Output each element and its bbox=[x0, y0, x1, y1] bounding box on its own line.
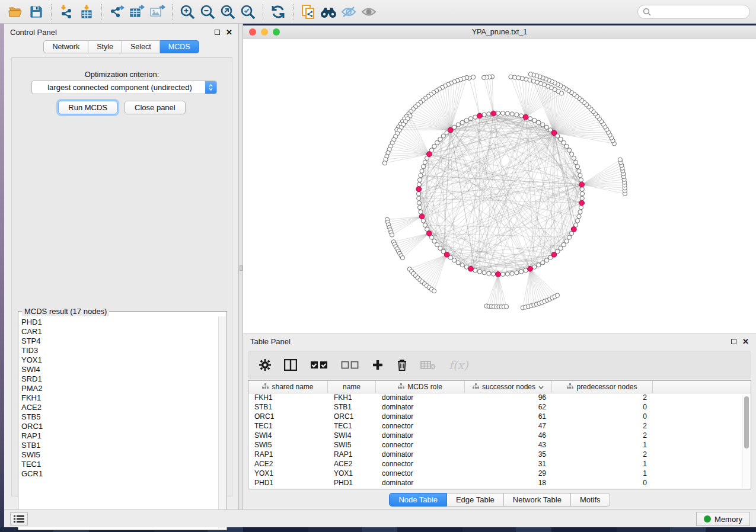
ring-node[interactable] bbox=[500, 111, 505, 115]
mcds-result-item[interactable]: FKH1 bbox=[21, 393, 219, 403]
float-table-panel-icon[interactable] bbox=[731, 339, 736, 344]
ring-node[interactable] bbox=[417, 201, 421, 205]
column-header-name[interactable]: name bbox=[328, 381, 376, 393]
add-column-icon[interactable] bbox=[372, 359, 384, 371]
mcds-result-item[interactable]: ORC1 bbox=[21, 422, 219, 431]
mcds-result-item[interactable]: TEC1 bbox=[21, 460, 219, 469]
ring-node[interactable] bbox=[537, 120, 541, 124]
mcds-result-item[interactable]: ACE2 bbox=[21, 403, 219, 412]
task-history-button[interactable] bbox=[10, 512, 28, 525]
ring-node[interactable] bbox=[515, 113, 519, 117]
leaf-node[interactable] bbox=[382, 161, 387, 165]
ring-node[interactable] bbox=[417, 206, 422, 210]
duplicate-network-icon[interactable] bbox=[298, 3, 318, 21]
search-binoculars-icon[interactable] bbox=[318, 3, 339, 21]
ring-node[interactable] bbox=[567, 235, 571, 239]
dominator-node[interactable] bbox=[528, 266, 533, 271]
export-table-icon[interactable] bbox=[127, 3, 147, 21]
leaf-node[interactable] bbox=[432, 289, 436, 293]
ring-node[interactable] bbox=[567, 148, 571, 152]
ring-node[interactable] bbox=[438, 137, 442, 141]
ring-node[interactable] bbox=[505, 111, 509, 116]
table-tab-network-table[interactable]: Network Table bbox=[504, 493, 571, 507]
export-network-icon[interactable] bbox=[107, 3, 127, 21]
ring-node[interactable] bbox=[580, 196, 584, 200]
close-table-panel-icon[interactable]: ✕ bbox=[742, 339, 749, 344]
ring-node[interactable] bbox=[421, 165, 425, 169]
ring-node[interactable] bbox=[468, 117, 473, 121]
close-window-icon[interactable] bbox=[249, 28, 256, 36]
dominator-node[interactable] bbox=[491, 111, 496, 116]
close-panel-icon[interactable]: ✕ bbox=[226, 30, 232, 35]
ring-node[interactable] bbox=[562, 242, 566, 246]
ring-node[interactable] bbox=[500, 272, 505, 276]
leaf-node[interactable] bbox=[505, 305, 509, 309]
ring-node[interactable] bbox=[487, 271, 491, 275]
mcds-result-item[interactable]: TID3 bbox=[21, 346, 219, 355]
mcds-result-list[interactable]: PHD1CAR1STP4TID3YOX1SWI4SRD1PMA2FKH1ACE2… bbox=[19, 316, 219, 528]
mcds-result-item[interactable]: SWI4 bbox=[21, 365, 219, 374]
ring-node[interactable] bbox=[532, 118, 537, 123]
table-row[interactable]: ORC1ORC1dominator610 bbox=[248, 412, 751, 422]
mcds-result-item[interactable]: PMA2 bbox=[21, 384, 219, 393]
table-tab-node-table[interactable]: Node Table bbox=[389, 493, 447, 507]
ring-node[interactable] bbox=[564, 144, 569, 148]
leaf-node[interactable] bbox=[618, 158, 622, 162]
deselect-all-icon[interactable] bbox=[341, 361, 359, 369]
select-all-icon[interactable] bbox=[310, 361, 328, 369]
zoom-selected-icon[interactable] bbox=[238, 3, 258, 21]
ring-node[interactable] bbox=[417, 196, 421, 200]
table-scrollbar[interactable] bbox=[742, 395, 749, 488]
ring-node[interactable] bbox=[487, 112, 491, 116]
mcds-result-item[interactable]: PHD1 bbox=[21, 318, 219, 327]
ring-node[interactable] bbox=[452, 258, 457, 262]
ring-node[interactable] bbox=[423, 160, 427, 164]
mcds-result-item[interactable]: RAP1 bbox=[21, 431, 219, 441]
search-input[interactable] bbox=[651, 8, 740, 16]
ring-node[interactable] bbox=[579, 178, 583, 182]
mcds-result-item[interactable]: SRD1 bbox=[21, 374, 219, 384]
dominator-node[interactable] bbox=[579, 200, 585, 206]
criterion-select[interactable]: largest connected component (undirected) bbox=[31, 81, 217, 94]
ring-node[interactable] bbox=[559, 246, 563, 250]
ring-node[interactable] bbox=[562, 140, 566, 145]
ring-node[interactable] bbox=[435, 242, 439, 246]
ring-node[interactable] bbox=[510, 271, 514, 275]
refresh-view-icon[interactable] bbox=[268, 3, 288, 21]
show-graphics-icon[interactable] bbox=[359, 3, 379, 21]
zoom-out-icon[interactable] bbox=[197, 3, 218, 21]
ring-node[interactable] bbox=[541, 123, 545, 127]
delete-column-icon[interactable] bbox=[397, 358, 407, 371]
ring-node[interactable] bbox=[441, 134, 445, 138]
table-tab-edge-table[interactable]: Edge Table bbox=[447, 493, 504, 507]
table-row[interactable]: TEC1TEC1connector472 bbox=[248, 422, 751, 431]
ring-node[interactable] bbox=[496, 111, 500, 115]
dominator-node[interactable] bbox=[551, 130, 557, 136]
dominator-node[interactable] bbox=[468, 266, 474, 271]
ring-node[interactable] bbox=[524, 268, 528, 273]
table-tab-motifs[interactable]: Motifs bbox=[571, 493, 610, 507]
dominator-node[interactable] bbox=[419, 214, 425, 219]
ring-node[interactable] bbox=[417, 178, 422, 182]
dominator-node[interactable] bbox=[426, 230, 432, 236]
ring-node[interactable] bbox=[477, 270, 481, 274]
tab-mcds[interactable]: MCDS bbox=[160, 40, 199, 53]
minimize-window-icon[interactable] bbox=[261, 28, 268, 36]
ring-node[interactable] bbox=[460, 263, 464, 267]
ring-node[interactable] bbox=[578, 210, 582, 214]
open-file-icon[interactable] bbox=[6, 3, 26, 21]
mcds-result-item[interactable]: STP4 bbox=[21, 336, 219, 346]
ring-node[interactable] bbox=[579, 206, 583, 210]
ring-node[interactable] bbox=[574, 160, 578, 164]
dominator-node[interactable] bbox=[496, 272, 501, 277]
toggle-preview-icon[interactable] bbox=[339, 3, 359, 21]
dominator-node[interactable] bbox=[551, 252, 557, 257]
ring-node[interactable] bbox=[492, 272, 496, 276]
run-mcds-button[interactable]: Run MCDS bbox=[58, 101, 117, 114]
ring-node[interactable] bbox=[519, 270, 523, 274]
dominator-node[interactable] bbox=[477, 113, 483, 118]
tab-network[interactable]: Network bbox=[43, 40, 88, 53]
ring-node[interactable] bbox=[435, 140, 439, 145]
float-panel-icon[interactable] bbox=[215, 30, 220, 35]
ring-node[interactable] bbox=[580, 191, 584, 196]
